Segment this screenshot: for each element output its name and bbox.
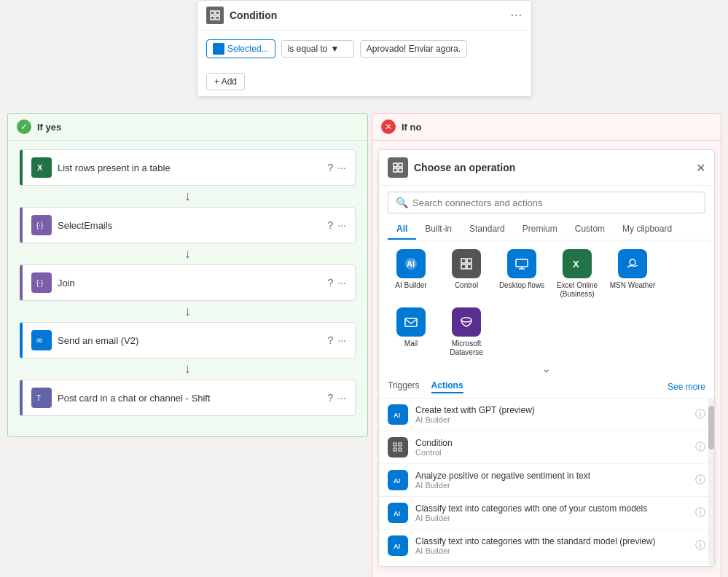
post-card-shift-label: Post card in a chat or channel - Shift bbox=[58, 393, 322, 404]
connector-mail[interactable]: Mail bbox=[388, 307, 434, 348]
scrollbar-track bbox=[708, 399, 714, 566]
svg-rect-3 bbox=[216, 16, 219, 20]
action-join[interactable]: {·} Join ? ··· bbox=[20, 264, 356, 301]
search-input[interactable] bbox=[412, 197, 697, 208]
svg-rect-24 bbox=[405, 318, 417, 326]
action-item-detect-count[interactable]: AI Detect and count objects in images AI… bbox=[379, 562, 714, 566]
connector-desktop-flows[interactable]: Desktop flows bbox=[498, 249, 545, 290]
search-box[interactable]: 🔍 bbox=[388, 192, 705, 213]
connector-control[interactable]: Control bbox=[443, 249, 490, 290]
msn-weather-label: MSN Weather bbox=[610, 281, 656, 290]
condition-icon bbox=[206, 7, 224, 24]
action-post-card-shift[interactable]: T Post card in a chat or channel - Shift… bbox=[20, 380, 356, 416]
analyze-sentiment-title: Analyze positive or negative sentiment i… bbox=[415, 471, 688, 481]
action-list: AI Create text with GPT (preview) AI Bui… bbox=[379, 399, 714, 566]
action-item-create-text-gpt[interactable]: AI Create text with GPT (preview) AI Bui… bbox=[379, 399, 714, 431]
add-button[interactable]: + Add bbox=[206, 73, 245, 90]
condition-operator[interactable]: is equal to ▼ bbox=[281, 40, 354, 58]
svg-text:{·}: {·} bbox=[36, 279, 44, 287]
condition-pill[interactable]: Selected... bbox=[206, 39, 275, 58]
classify-custom-info: Classify text into categories with one o… bbox=[415, 503, 688, 522]
svg-text:{·}: {·} bbox=[36, 221, 44, 229]
x-icon: ✕ bbox=[381, 119, 396, 134]
svg-point-25 bbox=[461, 318, 471, 322]
scrollbar-thumb[interactable] bbox=[708, 406, 714, 450]
action-item-classify-standard[interactable]: AI Classify text into categories with th… bbox=[379, 530, 714, 562]
svg-rect-19 bbox=[516, 259, 528, 267]
tab-triggers[interactable]: Triggers bbox=[388, 380, 420, 393]
see-more-link[interactable]: See more bbox=[668, 382, 705, 392]
connector-msn-weather[interactable]: MSN Weather bbox=[609, 249, 656, 290]
tab-my-clipboard[interactable]: My clipboard bbox=[614, 219, 681, 240]
chevron-down-icon[interactable]: ⌄ bbox=[379, 361, 714, 376]
connector-excel-online[interactable]: X Excel Online (Business) bbox=[554, 249, 600, 299]
help-icon-1[interactable]: ⓘ bbox=[695, 441, 705, 454]
if-yes-title: If yes bbox=[37, 122, 61, 133]
trigger-action-tabs: Triggers Actions See more bbox=[379, 376, 714, 399]
tab-custom[interactable]: Custom bbox=[566, 219, 614, 240]
select-emails-icon: {·} bbox=[31, 215, 52, 235]
help-icon-3[interactable]: ⓘ bbox=[695, 506, 705, 519]
if-yes-actions: X List rows present in a table ? ··· ↓ {… bbox=[8, 141, 367, 425]
svg-rect-10 bbox=[399, 163, 402, 167]
svg-text:T: T bbox=[36, 394, 41, 402]
help-icon-4[interactable]: ⓘ bbox=[695, 539, 705, 552]
help-button-2[interactable]: ? bbox=[328, 277, 334, 288]
action-item-classify-custom[interactable]: AI Classify text into categories with on… bbox=[379, 497, 714, 530]
help-button-3[interactable]: ? bbox=[328, 334, 334, 346]
create-text-gpt-info: Create text with GPT (preview) AI Builde… bbox=[415, 405, 688, 424]
condition-more-button[interactable]: ··· bbox=[511, 9, 522, 22]
tab-actions[interactable]: Actions bbox=[431, 380, 463, 393]
action-card-buttons-3: ? ··· bbox=[328, 334, 346, 346]
svg-rect-17 bbox=[461, 264, 466, 269]
more-button-3[interactable]: ··· bbox=[337, 334, 346, 346]
tab-premium[interactable]: Premium bbox=[514, 219, 566, 240]
condition-value[interactable]: Aprovado! Enviar agora. bbox=[360, 40, 467, 58]
help-button-4[interactable]: ? bbox=[328, 392, 334, 404]
condition-title: Condition bbox=[230, 9, 277, 21]
condition-header-left: Condition bbox=[206, 7, 277, 24]
svg-point-23 bbox=[630, 259, 635, 265]
tab-all[interactable]: All bbox=[388, 219, 416, 240]
connector-ai-builder[interactable]: AI AI Builder bbox=[388, 249, 434, 290]
action-send-email[interactable]: ✉ Send an email (V2) ? ··· bbox=[20, 322, 356, 358]
classify-standard-icon: AI bbox=[388, 535, 408, 556]
arrow-2: ↓ bbox=[20, 301, 356, 322]
classify-custom-icon: AI bbox=[388, 503, 408, 523]
action-card-buttons: ? ··· bbox=[328, 162, 346, 173]
excel-online-label: Excel Online (Business) bbox=[554, 281, 600, 299]
action-select-emails[interactable]: {·} SelectEmails ? ··· bbox=[20, 207, 356, 243]
svg-rect-18 bbox=[467, 264, 471, 269]
tab-standard[interactable]: Standard bbox=[461, 219, 514, 240]
close-button[interactable]: ✕ bbox=[696, 161, 705, 175]
help-icon-2[interactable]: ⓘ bbox=[695, 474, 705, 487]
more-button-0[interactable]: ··· bbox=[337, 162, 346, 173]
svg-rect-30 bbox=[399, 448, 402, 451]
tab-built-in[interactable]: Built-in bbox=[416, 219, 461, 240]
arrow-0: ↓ bbox=[20, 186, 356, 207]
if-yes-panel: ✓ If yes X List rows present in a table … bbox=[7, 113, 368, 437]
msn-weather-icon bbox=[618, 249, 647, 278]
action-item-condition[interactable]: Condition Control ⓘ bbox=[379, 431, 714, 464]
more-button-1[interactable]: ··· bbox=[337, 219, 346, 231]
svg-rect-15 bbox=[461, 259, 466, 263]
connector-icons: AI AI Builder Control bbox=[379, 240, 714, 361]
help-button-1[interactable]: ? bbox=[328, 219, 334, 231]
action-card-buttons-1: ? ··· bbox=[328, 219, 346, 231]
condition-list-icon bbox=[388, 437, 408, 458]
control-icon bbox=[452, 249, 481, 278]
choose-op-icon bbox=[388, 157, 408, 178]
help-icon-0[interactable]: ⓘ bbox=[695, 408, 705, 421]
more-button-2[interactable]: ··· bbox=[337, 277, 346, 288]
search-icon: 🔍 bbox=[396, 197, 408, 208]
analyze-sentiment-info: Analyze positive or negative sentiment i… bbox=[415, 471, 688, 490]
action-item-analyze-sentiment[interactable]: AI Analyze positive or negative sentimen… bbox=[379, 464, 714, 497]
more-button-4[interactable]: ··· bbox=[337, 392, 346, 404]
help-button-0[interactable]: ? bbox=[328, 162, 334, 173]
action-list-rows[interactable]: X List rows present in a table ? ··· bbox=[20, 149, 356, 186]
connector-ms-dataverse[interactable]: Microsoft Dataverse bbox=[443, 307, 490, 357]
send-email-label: Send an email (V2) bbox=[58, 335, 322, 346]
classify-standard-title: Classify text into categories with the s… bbox=[415, 536, 688, 546]
mail-icon bbox=[396, 307, 426, 337]
svg-text:X: X bbox=[573, 259, 579, 270]
